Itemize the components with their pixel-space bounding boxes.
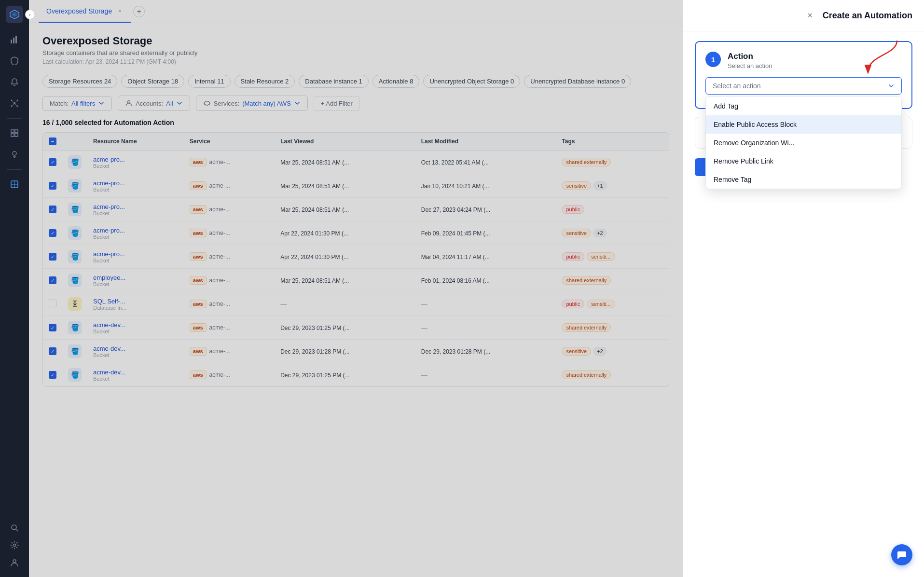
action-enable-public-access-block[interactable]: Enable Public Access Block bbox=[706, 115, 901, 134]
svg-line-13 bbox=[14, 103, 17, 106]
svg-line-10 bbox=[12, 100, 14, 103]
select-placeholder: Select an action bbox=[713, 82, 761, 90]
shield-icon[interactable] bbox=[6, 52, 23, 69]
svg-rect-16 bbox=[11, 134, 14, 137]
chart-icon[interactable] bbox=[6, 31, 23, 48]
right-panel: × Create an Automation 1 Action Select a… bbox=[683, 0, 924, 577]
sidebar-logo[interactable] bbox=[6, 6, 23, 23]
action-dropdown: Add Tag Enable Public Access Block Remov… bbox=[705, 96, 902, 189]
search-icon[interactable] bbox=[6, 519, 23, 536]
settings-icon[interactable] bbox=[6, 536, 23, 554]
panel-title: Create an Automation bbox=[823, 11, 912, 21]
step1-title: Action bbox=[728, 52, 772, 61]
main-area: Overexposed Storage × + Overexposed Stor… bbox=[29, 0, 683, 577]
bulb-icon[interactable] bbox=[6, 146, 23, 163]
box-icon[interactable] bbox=[6, 124, 23, 142]
svg-rect-14 bbox=[11, 130, 14, 133]
action-remove-public-link[interactable]: Remove Public Link bbox=[706, 152, 901, 170]
red-arrow bbox=[858, 36, 907, 84]
panel-close-button[interactable]: × bbox=[803, 9, 817, 22]
action-remove-tag[interactable]: Remove Tag bbox=[706, 170, 901, 189]
step1-card: 1 Action Select an action Select an acti… bbox=[695, 41, 912, 109]
svg-line-11 bbox=[14, 100, 17, 103]
svg-rect-3 bbox=[13, 38, 14, 43]
action-add-tag[interactable]: Add Tag bbox=[706, 97, 901, 115]
svg-point-18 bbox=[13, 151, 16, 155]
user-icon[interactable] bbox=[6, 554, 23, 571]
svg-line-12 bbox=[12, 103, 14, 106]
svg-rect-17 bbox=[15, 134, 18, 137]
svg-point-25 bbox=[13, 560, 16, 563]
action-remove-org[interactable]: Remove Organization Wi... bbox=[706, 134, 901, 152]
sidebar-divider-2 bbox=[7, 169, 22, 170]
svg-point-24 bbox=[14, 544, 16, 547]
network-icon[interactable] bbox=[6, 95, 23, 112]
grid-icon[interactable] bbox=[6, 176, 23, 193]
svg-line-23 bbox=[16, 529, 18, 531]
svg-rect-2 bbox=[11, 40, 12, 43]
panel-header: × Create an Automation bbox=[683, 0, 924, 31]
sidebar-bottom bbox=[6, 519, 23, 571]
bell-icon[interactable] bbox=[6, 73, 23, 91]
chat-button[interactable] bbox=[891, 544, 912, 565]
svg-rect-4 bbox=[15, 36, 17, 43]
panel-body: 1 Action Select an action Select an acti… bbox=[683, 31, 924, 577]
sidebar: › bbox=[0, 0, 29, 577]
step1-number: 1 bbox=[705, 52, 721, 67]
svg-marker-1 bbox=[12, 12, 17, 17]
overlay bbox=[29, 0, 683, 577]
sidebar-toggle[interactable]: › bbox=[25, 10, 35, 19]
sidebar-divider bbox=[7, 118, 22, 119]
svg-rect-15 bbox=[15, 130, 18, 133]
step1-subtitle: Select an action bbox=[728, 62, 772, 69]
